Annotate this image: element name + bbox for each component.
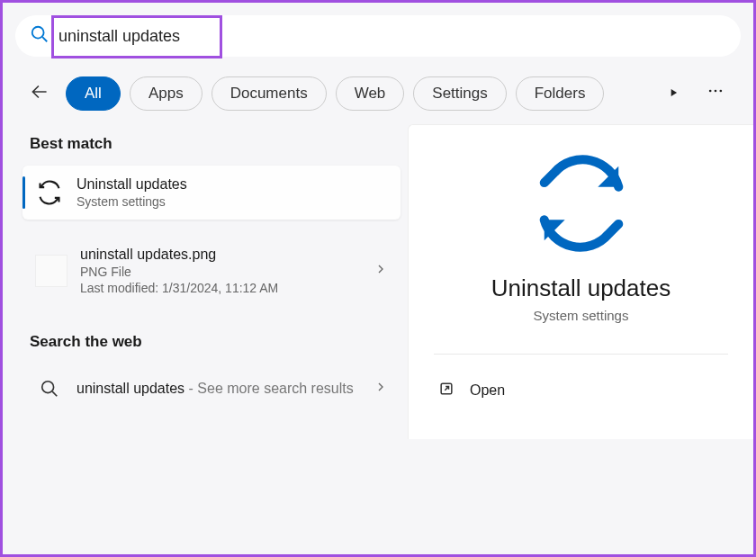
result-web[interactable]: uninstall updates - See more search resu… — [22, 364, 400, 414]
svg-line-1 — [42, 37, 47, 41]
search-icon — [35, 374, 64, 403]
arrow-left-icon — [28, 80, 51, 106]
svg-point-0 — [32, 27, 44, 39]
filter-web[interactable]: Web — [336, 76, 405, 111]
filter-settings[interactable]: Settings — [413, 76, 506, 111]
open-external-icon — [437, 380, 455, 401]
search-icon — [30, 24, 50, 48]
open-action[interactable]: Open — [434, 371, 728, 410]
back-button[interactable] — [22, 75, 57, 112]
detail-title: Uninstall updates — [434, 274, 728, 302]
filter-documents[interactable]: Documents — [212, 76, 327, 111]
result-subtitle: System settings — [76, 194, 388, 209]
filter-all[interactable]: All — [66, 76, 121, 111]
svg-point-4 — [720, 90, 723, 93]
result-suffix: - See more search results — [184, 381, 354, 396]
ellipsis-icon — [706, 82, 724, 104]
divider — [434, 354, 728, 355]
results-column: Best match Uninstall updates System sett… — [22, 124, 400, 439]
result-title: Uninstall updates — [76, 176, 388, 193]
svg-point-3 — [715, 90, 717, 93]
result-subtitle: PNG File — [80, 265, 361, 279]
chevron-right-icon — [374, 262, 388, 280]
result-modified: Last modified: 1/31/2024, 11:12 AM — [80, 281, 361, 295]
svg-line-6 — [52, 391, 57, 396]
detail-subtitle: System settings — [434, 308, 728, 323]
filter-apps[interactable]: Apps — [130, 76, 202, 111]
search-input[interactable] — [58, 27, 726, 46]
svg-point-2 — [709, 90, 712, 93]
action-label: Open — [470, 382, 505, 399]
refresh-icon — [35, 178, 64, 207]
filter-folders[interactable]: Folders — [516, 76, 605, 111]
result-file[interactable]: uninstall updates.png PNG File Last modi… — [22, 236, 400, 306]
more-options-button[interactable] — [698, 76, 734, 110]
search-bar — [15, 15, 741, 57]
svg-point-5 — [42, 382, 54, 393]
chevron-right-icon — [374, 380, 388, 398]
play-right-icon — [667, 83, 680, 103]
detail-panel: Uninstall updates System settings Open — [408, 124, 753, 439]
result-title: uninstall updates - See more search resu… — [76, 381, 361, 397]
section-search-web: Search the web — [22, 322, 400, 364]
result-title: uninstall updates.png — [80, 247, 361, 263]
result-best-match[interactable]: Uninstall updates System settings — [22, 166, 400, 220]
refresh-large-icon — [434, 154, 728, 253]
section-best-match: Best match — [22, 124, 400, 166]
file-thumbnail-icon — [35, 255, 68, 287]
scroll-right-button[interactable] — [658, 77, 688, 109]
filter-row: All Apps Documents Web Settings Folders — [3, 57, 753, 124]
